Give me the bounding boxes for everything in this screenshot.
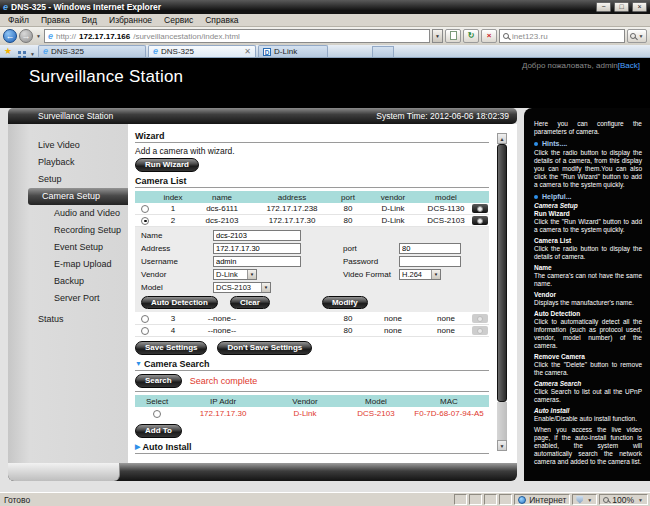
minimize-button[interactable]: − (596, 2, 611, 12)
camera-radio[interactable] (141, 327, 149, 335)
back-link[interactable]: [Back] (618, 61, 640, 70)
camera-radio[interactable] (141, 315, 149, 323)
sidebar-item-event-setup[interactable]: Event Setup (8, 239, 128, 256)
footer-sidebar-segment (8, 463, 120, 481)
scrollbar-thumb[interactable] (497, 144, 507, 402)
sidebar-item-recording-setup[interactable]: Recording Setup (8, 222, 128, 239)
port-field[interactable] (399, 243, 461, 254)
search-result-radio[interactable] (153, 410, 161, 418)
address-bar: ← → ▼ e http://172.17.17.166/surveillanc… (0, 27, 650, 45)
col-mac: MAC (409, 397, 489, 406)
hints-heading: Hints.... (534, 140, 642, 148)
url-prefix: http:// (56, 32, 76, 41)
content-footer (8, 463, 517, 481)
camera-row: 4 --none-- 80 none none (135, 325, 489, 337)
username-field[interactable] (213, 256, 301, 267)
tab-label: DNS-325 (161, 47, 194, 56)
menu-view[interactable]: Вид (76, 15, 103, 25)
menu-tools[interactable]: Сервис (158, 15, 199, 25)
auto-install-heading[interactable]: ▶ Auto Install (135, 442, 489, 452)
bullet-icon (534, 195, 538, 199)
search-go-icon (630, 33, 636, 39)
page-favicon-icon: e (48, 32, 53, 41)
scroll-down-icon[interactable]: ▼ (497, 440, 507, 451)
url-dropdown-icon[interactable]: ▼ (432, 29, 443, 43)
tab-list-dropdown-icon[interactable]: ▼ (29, 51, 36, 57)
tab-dns-325-1[interactable]: e DNS-325 (38, 45, 146, 57)
sidebar-item-status[interactable]: Status (8, 311, 128, 328)
camera-radio[interactable] (141, 217, 149, 225)
dont-save-settings-button[interactable]: Don't Save Settings (217, 341, 312, 355)
content-container: Surveillance Station System Time: 2012-0… (8, 108, 517, 481)
url-field[interactable]: e http://172.17.17.166/surveillancestati… (44, 29, 430, 43)
camera-delete-icon[interactable] (472, 204, 488, 213)
stop-icon[interactable]: × (481, 29, 497, 43)
menu-file[interactable]: Файл (2, 15, 35, 25)
video-format-select[interactable]: H.264▼ (399, 269, 441, 280)
close-button[interactable]: × (632, 2, 647, 12)
url-host: 172.17.17.166 (79, 32, 130, 41)
sidebar-item-audio-and-video[interactable]: Audio and Video (8, 205, 128, 222)
refresh-icon[interactable]: ↻ (463, 29, 479, 43)
sidebar-item-setup[interactable]: Setup (8, 171, 128, 188)
vendor-label: Vendor (141, 269, 213, 280)
save-settings-button[interactable]: Save Settings (135, 341, 207, 355)
auto-detection-button[interactable]: Auto Detection (141, 296, 218, 309)
search-dropdown-icon: ▼ (638, 33, 645, 39)
content-title: Surveillance Station (38, 111, 113, 121)
camera-search-heading[interactable]: ▼ Camera Search (135, 359, 489, 369)
menu-help[interactable]: Справка (199, 15, 244, 25)
sidebar-item-backup[interactable]: Backup (8, 273, 128, 290)
col-vendor: vendor (365, 193, 421, 202)
help-section: Auto Detection Click to automatically de… (534, 310, 642, 350)
sidebar-item-camera-setup[interactable]: Camera Setup (28, 188, 128, 205)
back-button[interactable]: ← (3, 29, 17, 43)
shield-icon (576, 496, 583, 504)
run-wizard-button[interactable]: Run Wizard (135, 158, 199, 172)
scrollbar-track[interactable] (497, 402, 507, 440)
help-section: Camera Search Click Search to list out a… (534, 380, 642, 404)
model-select[interactable]: DCS-2103▼ (213, 282, 271, 293)
sidebar-item-live-video[interactable]: Live Video (8, 137, 128, 154)
menu-favorites[interactable]: Избранное (103, 15, 158, 25)
tab-dns-325-2[interactable]: e DNS-325 ✕ (148, 45, 256, 57)
name-field[interactable] (213, 230, 301, 241)
search-button[interactable]: Search (135, 374, 182, 388)
help-section: Camera List Click the radio button to di… (534, 237, 642, 261)
page-icon[interactable] (445, 29, 461, 43)
wizard-heading: Wizard (135, 131, 489, 141)
sidebar-item-playback[interactable]: Playback (8, 154, 128, 171)
add-to-button[interactable]: Add To (135, 424, 182, 438)
forward-button[interactable]: → (19, 29, 33, 43)
password-field[interactable] (399, 256, 461, 267)
search-input[interactable]: inet123.ru (499, 29, 625, 43)
favorites-star-icon[interactable]: ★ (4, 45, 12, 57)
menu-bar: Файл Правка Вид Избранное Сервис Справка (0, 14, 650, 27)
camera-row: 2 dcs-2103 172.17.17.30 80 D-Link DCS-21… (135, 215, 489, 227)
sidebar-item-emap-upload[interactable]: E-map Upload (8, 256, 128, 273)
menu-edit[interactable]: Правка (35, 15, 76, 25)
camera-radio[interactable] (141, 205, 149, 213)
content-scrollbar[interactable]: ▲ ▼ (497, 124, 507, 463)
protected-mode-cell[interactable]: ▼ (572, 494, 597, 505)
vendor-select[interactable]: D-Link▼ (213, 269, 257, 280)
main-content: Wizard Add a camera with wizard. Run Wiz… (128, 124, 497, 463)
password-label: Password (343, 256, 399, 267)
search-go-button[interactable]: ▼ (627, 29, 647, 43)
new-tab-stub[interactable] (372, 46, 394, 57)
scroll-up-icon[interactable]: ▲ (497, 133, 507, 144)
expand-icon: ▶ (135, 442, 140, 452)
help-section: Run Wizard Click the "Run Wizard" button… (534, 210, 642, 234)
security-zone: Интернет (514, 494, 570, 505)
restore-button[interactable]: □ (614, 2, 629, 12)
address-field[interactable] (213, 243, 301, 254)
quick-tabs-icon[interactable] (18, 51, 21, 54)
modify-button[interactable]: Modify (322, 296, 368, 309)
history-dropdown-icon[interactable]: ▼ (35, 33, 42, 39)
sidebar-item-server-port[interactable]: Server Port (8, 290, 128, 307)
camera-delete-icon[interactable] (472, 216, 488, 225)
tab-close-icon[interactable]: ✕ (244, 47, 251, 56)
clear-button[interactable]: Clear (230, 296, 270, 309)
tab-d-link[interactable]: D D-Link (258, 45, 328, 57)
zoom-control[interactable]: 100% ▼ (599, 494, 648, 505)
